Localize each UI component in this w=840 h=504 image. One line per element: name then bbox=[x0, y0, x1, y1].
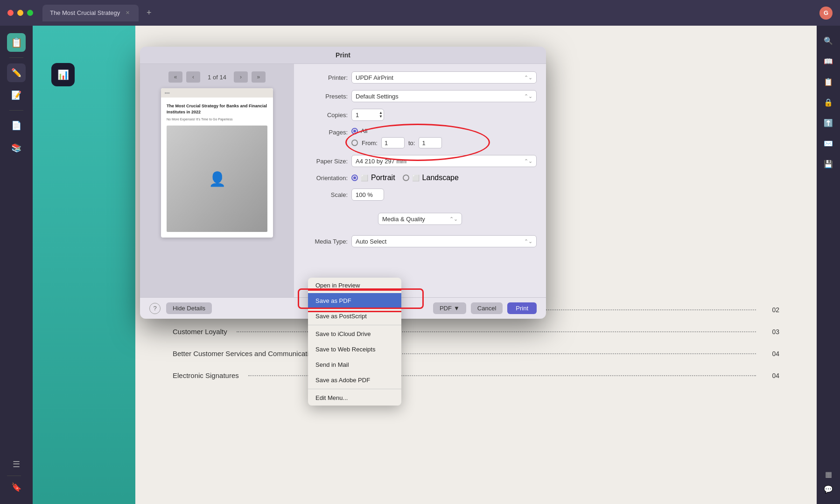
presets-row: Presets: Default Settings ⌃⌄ bbox=[303, 90, 537, 102]
scale-value: 100 % bbox=[356, 191, 373, 198]
portrait-radio[interactable] bbox=[351, 175, 358, 181]
document-icon[interactable]: 📋 bbox=[821, 74, 836, 89]
scale-label: Scale: bbox=[303, 191, 348, 198]
portrait-option[interactable]: ⬜ Portrait bbox=[351, 174, 395, 182]
pages-all-option[interactable]: All bbox=[351, 127, 537, 134]
presets-dropdown[interactable]: Default Settings ⌃⌄ bbox=[351, 90, 537, 102]
pages-options: All From: 1 to: 1 bbox=[351, 127, 537, 148]
toc-title-2: Customer Loyalty bbox=[173, 328, 227, 336]
portrait-radio-dot bbox=[353, 176, 356, 179]
paper-size-label: Paper Size: bbox=[303, 158, 348, 165]
media-quality-dropdown[interactable]: Media & Quality ⌃⌄ bbox=[378, 213, 462, 225]
media-type-dropdown-arrow-icon: ⌃⌄ bbox=[524, 238, 532, 245]
from-value: 1 bbox=[385, 140, 388, 147]
dropdown-send-mail[interactable]: Send in Mail bbox=[308, 357, 401, 372]
toc-page-4: 04 bbox=[765, 372, 779, 379]
tab-close-icon[interactable]: ✕ bbox=[124, 9, 131, 17]
media-type-label: Media Type: bbox=[303, 238, 348, 245]
paper-size-row: Paper Size: A4 210 by 297 mm ⌃⌄ bbox=[303, 155, 537, 167]
cancel-button[interactable]: Cancel bbox=[471, 302, 503, 314]
toc-item-2: Customer Loyalty 03 bbox=[173, 328, 779, 336]
pages-all-radio[interactable] bbox=[351, 128, 358, 134]
print-preview-section: « ‹ 1 of 14 › » ■■■ The Most Crucial Str… bbox=[140, 64, 294, 297]
dropdown-save-adobe[interactable]: Save as Adobe PDF bbox=[308, 372, 401, 388]
pdf-button[interactable]: PDF ▼ bbox=[433, 302, 466, 314]
new-tab-button[interactable]: + bbox=[142, 7, 155, 20]
prev-first-button[interactable]: « bbox=[168, 71, 182, 83]
document-preview-page: ■■■ The Most Crucial Strategy for Banks … bbox=[161, 88, 273, 238]
landscape-icon: ⬜ bbox=[412, 175, 420, 182]
page-indicator: 1 of 14 bbox=[204, 74, 230, 81]
orientation-options: ⬜ Portrait ⬜ Landscape bbox=[351, 174, 459, 182]
browser-chrome: The Most Crucial Strategy ✕ + G bbox=[0, 0, 840, 26]
footer-left: ? Hide Details bbox=[149, 302, 212, 314]
browser-tab[interactable]: The Most Crucial Strategy ✕ bbox=[42, 5, 139, 21]
toc-title-3: Better Customer Services and Communicati… bbox=[173, 350, 316, 357]
minimize-button[interactable] bbox=[17, 10, 23, 16]
to-value: 1 bbox=[422, 140, 425, 147]
printer-dropdown[interactable]: UPDF AirPrint ⌃⌄ bbox=[351, 71, 537, 84]
paper-size-dropdown[interactable]: A4 210 by 297 mm ⌃⌄ bbox=[351, 155, 537, 167]
preview-header-bar: ■■■ bbox=[161, 88, 273, 98]
sidebar-separator-3 bbox=[7, 476, 21, 476]
preview-content: The Most Crucial Strategy for Banks and … bbox=[161, 98, 273, 238]
portrait-label: Portrait bbox=[371, 174, 395, 182]
copies-input[interactable]: 1 ▲ ▼ bbox=[351, 109, 384, 121]
search-icon[interactable]: 🔍 bbox=[821, 33, 836, 48]
dropdown-save-icloud[interactable]: Save to iCloud Drive bbox=[308, 326, 401, 342]
sidebar-item-bookmark[interactable]: 🔖 bbox=[7, 478, 26, 497]
sidebar-item-library[interactable]: 📚 bbox=[7, 139, 26, 157]
dropdown-open-preview[interactable]: Open in Preview bbox=[308, 278, 401, 293]
dropdown-save-web[interactable]: Save to Web Receipts bbox=[308, 342, 401, 357]
toc-title-4: Electronic Signatures bbox=[173, 371, 239, 379]
copies-decrement-button[interactable]: ▼ bbox=[379, 115, 383, 119]
print-dialog-body: « ‹ 1 of 14 › » ■■■ The Most Crucial Str… bbox=[140, 64, 546, 297]
toc-item-4: Electronic Signatures 04 bbox=[173, 371, 779, 379]
share-icon[interactable]: ⬆️ bbox=[821, 115, 836, 130]
left-sidebar: 📋 ✏️ 📝 📄 📚 ☰ 🔖 bbox=[0, 26, 33, 504]
storage-icon[interactable]: 💾 bbox=[821, 156, 836, 171]
close-button[interactable] bbox=[7, 10, 14, 16]
dropdown-separator-2 bbox=[308, 389, 401, 389]
media-quality-row: Media & Quality ⌃⌄ bbox=[303, 207, 537, 231]
sidebar-item-layers[interactable]: ☰ bbox=[7, 455, 26, 474]
sidebar-item-edit[interactable]: 📝 bbox=[7, 86, 26, 105]
print-settings-section: Printer: UPDF AirPrint ⌃⌄ Presets: Defau… bbox=[294, 64, 546, 297]
main-content: 📊 Promoting Best Practice and Reducing W… bbox=[33, 26, 817, 504]
orientation-label: Orientation: bbox=[303, 175, 348, 182]
text-recognition-icon[interactable]: 📖 bbox=[821, 54, 836, 69]
prev-button[interactable]: ‹ bbox=[186, 71, 200, 83]
next-button[interactable]: › bbox=[234, 71, 248, 83]
to-input[interactable]: 1 bbox=[419, 137, 442, 148]
landscape-radio[interactable] bbox=[403, 175, 409, 181]
dropdown-save-postscript[interactable]: Save as PostScript bbox=[308, 308, 401, 324]
sidebar-item-pages[interactable]: 📄 bbox=[7, 116, 26, 135]
chat-icon[interactable]: 💬 bbox=[821, 482, 836, 497]
grid-icon[interactable]: ▦ bbox=[821, 467, 836, 482]
printer-value: UPDF AirPrint bbox=[356, 74, 393, 81]
landscape-option[interactable]: ⬜ Landscape bbox=[403, 174, 459, 182]
help-button[interactable]: ? bbox=[149, 303, 161, 314]
sidebar-separator-1 bbox=[9, 57, 23, 58]
media-type-dropdown[interactable]: Auto Select ⌃⌄ bbox=[351, 235, 537, 247]
print-button[interactable]: Print bbox=[507, 302, 537, 314]
pages-all-label: All bbox=[361, 127, 367, 134]
pages-range-row: From: 1 to: 1 bbox=[351, 137, 537, 148]
from-input[interactable]: 1 bbox=[381, 137, 405, 148]
next-last-button[interactable]: » bbox=[252, 71, 266, 83]
dropdown-edit-menu[interactable]: Edit Menu... bbox=[308, 390, 401, 406]
sidebar-item-document[interactable]: ✏️ bbox=[7, 63, 26, 82]
preview-document-subtitle: No More Expenses! It's Time to Go Paperl… bbox=[167, 118, 267, 121]
mail-icon[interactable]: ✉️ bbox=[821, 136, 836, 151]
preview-document-image: 👤 bbox=[167, 126, 267, 232]
scale-input[interactable]: 100 % bbox=[351, 189, 384, 201]
dropdown-save-pdf[interactable]: Save as PDF bbox=[308, 293, 401, 308]
teal-sidebar-card: 📊 bbox=[33, 26, 135, 504]
app-icon: 📊 bbox=[51, 63, 75, 86]
pages-range-radio[interactable] bbox=[351, 140, 358, 146]
toc-page-1: 02 bbox=[765, 306, 779, 314]
maximize-button[interactable] bbox=[27, 10, 33, 16]
hide-details-button[interactable]: Hide Details bbox=[166, 302, 212, 314]
toc-page-2: 03 bbox=[765, 328, 779, 336]
lock-icon[interactable]: 🔒 bbox=[821, 95, 836, 110]
